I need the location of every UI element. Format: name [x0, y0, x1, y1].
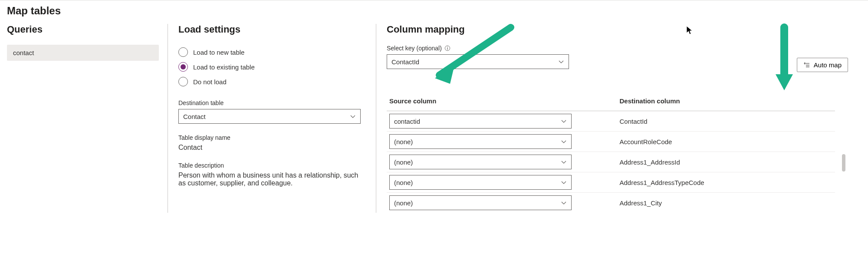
destination-column-value: Address1_AddressTypeCode	[620, 179, 833, 186]
dropdown-value: (none)	[394, 138, 413, 145]
radio-do-not-load[interactable]: Do not load	[178, 74, 363, 89]
dropdown-value: (none)	[394, 199, 413, 207]
automap-icon	[803, 62, 810, 69]
source-column-dropdown[interactable]: (none)	[389, 195, 572, 210]
auto-map-label: Auto map	[814, 61, 842, 69]
radio-label: Do not load	[193, 78, 227, 86]
destination-column-value: Address1_AddressId	[620, 158, 833, 166]
svg-marker-4	[776, 74, 793, 90]
col-destination-header: Destination column	[620, 97, 833, 105]
queries-title: Queries	[7, 24, 159, 35]
chevron-down-icon	[561, 118, 567, 124]
info-icon	[444, 45, 450, 51]
dropdown-value: (none)	[394, 179, 413, 186]
chevron-down-icon	[558, 59, 564, 65]
display-name-label: Table display name	[178, 134, 363, 141]
destination-table-dropdown[interactable]: Contact	[178, 109, 361, 124]
chevron-down-icon	[561, 139, 567, 145]
chevron-down-icon	[561, 200, 567, 206]
dropdown-value: contactid	[394, 118, 420, 125]
radio-label: Load to existing table	[193, 63, 255, 71]
load-settings-title: Load settings	[178, 24, 363, 35]
destination-column-value: Address1_City	[620, 199, 833, 207]
svg-rect-2	[447, 48, 447, 49]
page-title: Map tables	[7, 5, 861, 17]
table-row: (none) Address1_AddressId	[387, 152, 835, 172]
table-row: (none) AccountRoleCode	[387, 132, 835, 152]
source-column-dropdown[interactable]: (none)	[389, 155, 572, 169]
dropdown-value: ContactId	[391, 58, 419, 66]
chevron-down-icon	[561, 179, 567, 185]
scrollbar-thumb[interactable]	[842, 154, 845, 172]
radio-icon	[178, 77, 188, 86]
col-source-header: Source column	[389, 97, 602, 105]
svg-point-1	[447, 47, 448, 48]
description-label: Table description	[178, 162, 363, 169]
chevron-down-icon	[561, 159, 567, 165]
table-header-row: Source column Destination column	[387, 94, 835, 111]
table-row: contactid ContactId	[387, 111, 835, 132]
radio-load-existing[interactable]: Load to existing table	[178, 59, 363, 74]
destination-table-label: Destination table	[178, 99, 363, 106]
chevron-down-icon	[350, 113, 356, 119]
select-key-label: Select key (optional)	[387, 45, 450, 52]
destination-column-value: ContactId	[620, 118, 833, 125]
query-item[interactable]: contact	[7, 45, 159, 61]
description-value: Person with whom a business unit has a r…	[178, 172, 363, 187]
auto-map-button[interactable]: Auto map	[797, 58, 848, 72]
radio-label: Load to new table	[193, 49, 244, 56]
table-row: (none) Address1_City	[387, 193, 835, 213]
load-radio-group: Load to new table Load to existing table…	[178, 45, 363, 89]
destination-column-value: AccountRoleCode	[620, 138, 833, 145]
radio-icon	[178, 62, 188, 72]
mapping-table: Source column Destination column contact…	[387, 94, 835, 213]
load-settings-panel: Load settings Load to new table Load to …	[168, 24, 376, 213]
source-column-dropdown[interactable]: (none)	[389, 134, 572, 149]
source-column-dropdown[interactable]: contactid	[389, 114, 572, 129]
dropdown-value: Contact	[183, 113, 206, 120]
display-name-value: Contact	[178, 144, 363, 152]
column-mapping-title: Column mapping	[387, 24, 569, 35]
radio-load-new[interactable]: Load to new table	[178, 45, 363, 59]
radio-icon	[178, 47, 188, 57]
select-key-dropdown[interactable]: ContactId	[387, 54, 569, 69]
dropdown-value: (none)	[394, 158, 413, 166]
queries-panel: Queries contact	[7, 24, 168, 213]
source-column-dropdown[interactable]: (none)	[389, 175, 572, 190]
table-row: (none) Address1_AddressTypeCode	[387, 172, 835, 193]
column-mapping-panel: Column mapping Select key (optional) Con…	[376, 24, 861, 213]
